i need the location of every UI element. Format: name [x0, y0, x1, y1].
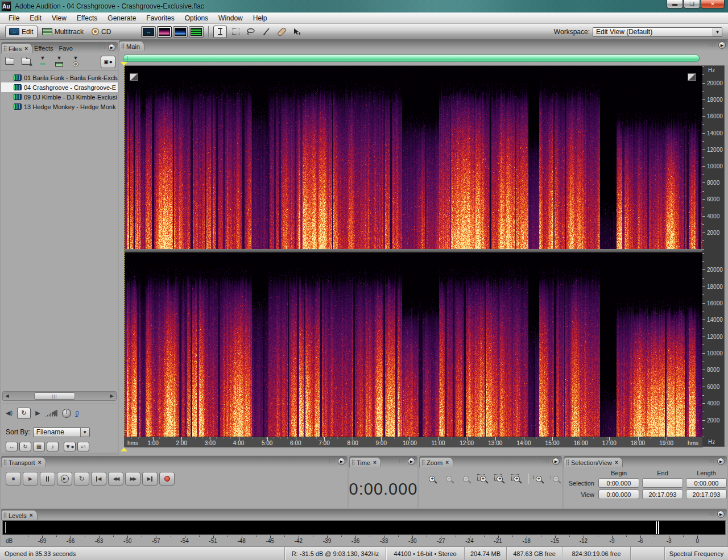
scrollbar-thumb[interactable]: ||| [34, 392, 75, 400]
insert-into-multitrack-button[interactable]: ▼≈≈ [36, 56, 49, 68]
vertical-scrollbar-track[interactable] [725, 65, 728, 447]
spectral-pan-display-button[interactable] [173, 26, 188, 38]
menu-file[interactable]: File [3, 13, 24, 23]
cd-view-button[interactable]: CD [88, 26, 114, 38]
horizontal-pan-scrollbar[interactable] [123, 55, 700, 62]
show-video-files-toggle[interactable]: ▦ [33, 442, 45, 451]
zoom-in-right-edge-button[interactable]: + [511, 473, 523, 484]
preview-play-button[interactable]: ▶ [35, 409, 40, 417]
import-cd-audio-button[interactable]: ▼ [69, 56, 82, 68]
close-button[interactable]: ✕ [701, 0, 725, 9]
close-tab-icon[interactable]: × [38, 459, 42, 466]
import-file-button[interactable] [3, 56, 16, 68]
playhead-marker-top[interactable] [121, 62, 127, 66]
tab-transport[interactable]: Transport× [1, 457, 46, 467]
close-file-button[interactable]: × [20, 56, 32, 68]
selection-end-field[interactable] [642, 478, 683, 488]
frequency-ruler[interactable]: Hz20004000600080001000012000140001600018… [702, 65, 725, 447]
zoom-out-vertically-button[interactable]: ↕− [549, 473, 562, 484]
effects-paintbrush-tool[interactable] [259, 26, 273, 38]
record-button[interactable] [159, 472, 175, 486]
panel-menu-icon[interactable]: ▶ [552, 458, 560, 465]
panel-menu-icon[interactable]: ▶ [338, 458, 345, 465]
file-list-item[interactable]: 13 Hedge Monkey - Hedge Monk [1, 102, 118, 111]
chevron-down-icon[interactable]: ▼ [713, 28, 722, 36]
spot-healing-brush-tool[interactable] [275, 26, 288, 38]
panel-menu-icon[interactable]: ▶ [718, 42, 726, 49]
title-bar[interactable]: Au Adobe Audition - 04 Crashgroove - Cra… [0, 0, 728, 13]
go-to-end-button[interactable]: ▶ [142, 472, 158, 486]
minimize-button[interactable]: ▬ [667, 0, 683, 9]
menu-effects[interactable]: Effects [72, 13, 102, 23]
scroll-right-icon[interactable]: ▶ [107, 393, 116, 399]
tab-main[interactable]: Main [119, 41, 144, 51]
tab-favorites[interactable]: Favo [57, 43, 77, 53]
spectral-controls-toggle-right[interactable] [688, 73, 696, 81]
fast-forward-button[interactable]: ▶▶ [125, 472, 140, 486]
waveform-display-button[interactable]: ↔ [141, 26, 156, 38]
play-button[interactable]: ▶ [23, 472, 38, 486]
show-midi-files-toggle[interactable]: ♪ [47, 442, 59, 451]
panel-menu-icon[interactable]: ▶ [717, 511, 725, 518]
view-end-field[interactable]: 20:17.093 [642, 490, 683, 499]
zoom-out-full-button[interactable]: − [460, 473, 473, 484]
playhead-marker-bottom[interactable] [121, 447, 127, 451]
spectrogram-left-channel[interactable] [125, 66, 703, 249]
menu-edit[interactable]: Edit [24, 13, 47, 23]
chevron-down-icon[interactable]: ▼ [80, 428, 89, 437]
sort-by-dropdown[interactable]: Filename ▼ [33, 428, 90, 437]
panel-menu-icon[interactable]: ▶ [408, 458, 415, 465]
file-list-item[interactable]: 09 DJ Kimble - DJ Kimble-Exclusi [1, 92, 118, 102]
selection-length-field[interactable]: 0:00.000 [686, 478, 727, 488]
menu-help[interactable]: Help [248, 13, 272, 23]
zoom-in-horizontally-button[interactable]: + [426, 473, 439, 484]
rewind-button[interactable]: ◀◀ [108, 472, 123, 486]
maximize-button[interactable]: ❑ [684, 0, 700, 9]
tab-time[interactable]: Time× [349, 457, 381, 467]
menu-options[interactable]: Options [180, 13, 213, 23]
spectral-display[interactable]: hms1:002:003:004:005:006:007:008:009:001… [124, 65, 702, 447]
panel-menu-icon[interactable]: ▶ [108, 44, 115, 51]
zoom-in-vertically-button[interactable]: ↕+ [532, 473, 545, 484]
show-options-toggle[interactable]: ▣● [101, 56, 115, 68]
tab-effects[interactable]: Effects [32, 43, 57, 53]
close-tab-icon[interactable]: × [24, 45, 28, 52]
filter-eye-toggle[interactable]: ▼● [64, 442, 76, 451]
loop-preview-button[interactable]: ↻ [17, 408, 31, 419]
time-selection-tool[interactable] [213, 26, 227, 38]
multitrack-view-button[interactable]: Multitrack [39, 26, 87, 38]
close-tab-icon[interactable]: × [615, 459, 618, 466]
scrub-tool[interactable] [290, 26, 304, 38]
volume-bars-icon[interactable] [45, 410, 57, 417]
tab-selection-view[interactable]: Selection/View× [564, 457, 623, 467]
full-path-toggle[interactable]: c:\ [77, 442, 89, 451]
spectral-controls-toggle-left[interactable] [130, 73, 138, 81]
play-from-cursor-button[interactable]: ▶ [57, 472, 72, 486]
auto-play-icon[interactable]: ◀) [6, 409, 13, 417]
zoom-out-horizontally-button[interactable]: − [443, 473, 456, 484]
timeline-ruler[interactable]: hms1:002:003:004:005:006:007:008:009:001… [125, 437, 703, 447]
preview-volume-knob[interactable] [62, 409, 71, 418]
scroll-left-icon[interactable]: ◀ [3, 393, 11, 399]
show-audio-files-toggle[interactable]: ↔ [6, 442, 18, 451]
pause-button[interactable] [40, 472, 55, 486]
tab-files[interactable]: Files× [1, 43, 32, 53]
menu-window[interactable]: Window [213, 13, 248, 23]
menu-view[interactable]: View [47, 13, 72, 23]
zoom-in-left-edge-button[interactable]: + [494, 473, 506, 484]
view-begin-field[interactable]: 0:00.000 [598, 490, 639, 499]
show-loop-files-toggle[interactable]: ↻ [19, 442, 31, 451]
preview-volume-value[interactable]: 0 [76, 410, 79, 417]
spectrogram-right-channel[interactable] [125, 252, 703, 437]
insert-into-cd-list-button[interactable]: ▼ [53, 56, 65, 68]
view-length-field[interactable]: 20:17.093 [686, 490, 727, 499]
close-tab-icon[interactable]: × [373, 459, 377, 466]
stop-button[interactable]: ■ [6, 472, 21, 486]
tab-zoom[interactable]: Zoom× [419, 457, 453, 467]
close-tab-icon[interactable]: × [445, 459, 449, 466]
menu-favorites[interactable]: Favorites [141, 13, 179, 23]
spectral-frequency-display-button[interactable] [157, 26, 172, 38]
menu-generate[interactable]: Generate [102, 13, 141, 23]
files-horizontal-scrollbar[interactable]: ◀ ||| ▶ [2, 391, 117, 401]
panel-menu-icon[interactable]: ▶ [717, 458, 725, 465]
